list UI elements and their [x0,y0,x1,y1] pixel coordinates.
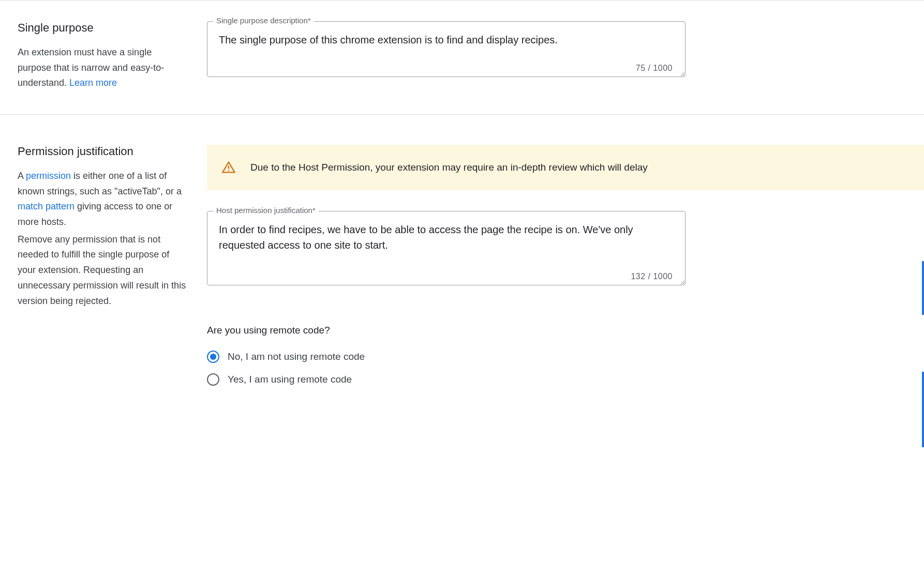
warning-icon [221,160,236,175]
single-purpose-textarea[interactable] [207,21,685,77]
host-permission-field-label: Host permission justification* [213,206,319,215]
remote-code-yes-option[interactable]: Yes, I am using remote code [207,373,924,386]
warning-banner: Due to the Host Permission, your extensi… [207,145,924,190]
svg-rect-0 [228,166,229,169]
pj-desc-p1: A [18,171,26,181]
change-indicator-bar [922,372,924,447]
svg-rect-1 [228,170,229,171]
warning-text: Due to the Host Permission, your extensi… [250,162,648,173]
change-indicator-bar [922,261,924,315]
single-purpose-description: An extension must have a single purpose … [18,45,186,91]
remote-code-question: Are you using remote code? [207,325,924,336]
permission-justification-heading: Permission justification [18,145,186,158]
remote-code-radio-group: No, I am not using remote code Yes, I am… [207,351,924,386]
remote-code-yes-label: Yes, I am using remote code [228,374,352,385]
pj-desc-para2: Remove any permission that is not needed… [18,232,186,309]
single-purpose-field-label: Single purpose description* [213,16,314,25]
radio-unselected-icon [207,373,219,386]
host-permission-textarea[interactable] [207,211,685,285]
single-purpose-heading: Single purpose [18,21,186,35]
radio-selected-icon [207,351,219,363]
permission-justification-description: A permission is either one of a list of … [18,169,186,230]
permission-link[interactable]: permission [26,171,71,181]
learn-more-link[interactable]: Learn more [69,78,117,88]
single-purpose-field: Single purpose description* 75 / 1000 [207,21,685,79]
remote-code-no-label: No, I am not using remote code [228,351,365,362]
remote-code-no-option[interactable]: No, I am not using remote code [207,351,924,363]
host-permission-field: Host permission justification* 132 / 100… [207,211,685,287]
match-pattern-link[interactable]: match pattern [18,201,74,211]
